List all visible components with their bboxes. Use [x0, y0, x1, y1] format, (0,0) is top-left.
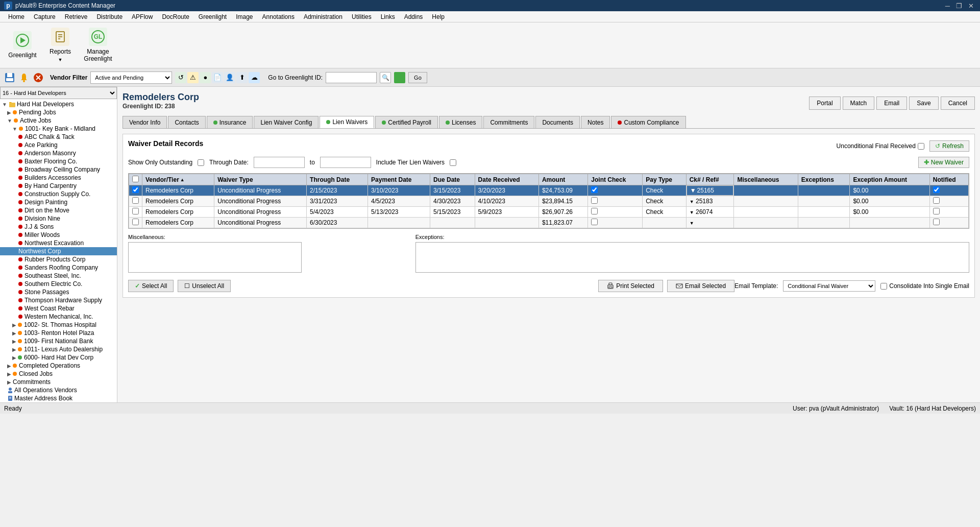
th-date-received[interactable]: Date Received [475, 174, 538, 185]
tree-root[interactable]: ▼ Hard Hat Developers [0, 100, 117, 108]
close-red-icon[interactable] [33, 72, 44, 83]
tab-notes[interactable]: Notes [581, 116, 610, 128]
expand-1009-icon[interactable]: ▶ [12, 339, 16, 344]
menu-apflow[interactable]: APFlow [128, 12, 157, 21]
menu-docroute[interactable]: DocRoute [158, 12, 193, 21]
tab-lien-waivers[interactable]: Lien Waivers [320, 116, 374, 128]
row4-checkbox[interactable] [132, 219, 139, 225]
reports-toolbar-btn[interactable]: Reports ▼ [42, 25, 79, 65]
row1-notified[interactable] [929, 185, 968, 196]
expand-pending-icon[interactable]: ▶ [7, 110, 11, 115]
tree-construction[interactable]: Construction Supply Co. [0, 190, 117, 198]
table-row[interactable]: Remodelers Corp Unconditional Progress 5… [129, 207, 969, 218]
expand-root-icon[interactable]: ▼ [2, 102, 7, 107]
tree-ace-parking[interactable]: Ace Parking [0, 141, 117, 149]
th-vendor-tier[interactable]: Vendor/Tier▲ [142, 174, 214, 185]
row2-notified-checkbox[interactable] [933, 197, 940, 204]
row3-joint-check[interactable] [588, 207, 643, 218]
row1-checkbox[interactable] [132, 186, 139, 193]
table-row[interactable]: Remodelers Corp Unconditional Progress 6… [129, 218, 969, 228]
row2-joint-check[interactable] [588, 196, 643, 207]
restore-button[interactable]: ❐ [954, 2, 964, 10]
email-template-select[interactable]: Conditional Final Waiver Unconditional P… [783, 280, 875, 292]
tree-job-1002[interactable]: ▶ 1002- St. Thomas Hospital [0, 321, 117, 329]
tree-commitments[interactable]: ▶ Commitments [0, 378, 117, 386]
expand-1001-icon[interactable]: ▼ [12, 126, 17, 132]
row1-joint-checkbox[interactable] [591, 186, 598, 193]
tree-miller[interactable]: Miller Woods [0, 231, 117, 239]
table-row[interactable]: Remodelers Corp Unconditional Progress 3… [129, 196, 969, 207]
greenlight-toolbar-btn[interactable]: Greenlight [4, 25, 41, 65]
search-icon[interactable]: 🔍 [380, 72, 391, 83]
tree-pending-jobs[interactable]: ▶ Pending Jobs [0, 108, 117, 116]
row1-joint-check[interactable] [588, 185, 643, 196]
close-button[interactable]: ✕ [966, 2, 976, 10]
tab-documents[interactable]: Documents [535, 116, 580, 128]
go-to-input[interactable] [326, 72, 377, 83]
row4-joint-checkbox[interactable] [591, 219, 598, 225]
tree-broadway[interactable]: Broadway Ceiling Company [0, 165, 117, 174]
tree-jj[interactable]: J.J & Sons [0, 223, 117, 231]
tree-active-jobs[interactable]: ▼ Active Jobs [0, 116, 117, 125]
th-amount[interactable]: Amount [538, 174, 587, 185]
menu-help[interactable]: Help [428, 12, 449, 21]
row4-notified[interactable] [929, 218, 968, 228]
cancel-button[interactable]: Cancel [941, 97, 975, 110]
expand-1002-icon[interactable]: ▶ [12, 322, 16, 328]
expand-closed-icon[interactable]: ▶ [7, 371, 11, 377]
tree-northwest-exc[interactable]: Northwest Excavation [0, 239, 117, 247]
th-notified[interactable]: Notified [929, 174, 968, 185]
doc-icon[interactable]: 📄 [212, 72, 223, 83]
tab-contacts[interactable]: Contacts [168, 116, 205, 128]
row4-checkbox-cell[interactable] [129, 218, 142, 228]
match-button[interactable]: Match [843, 97, 875, 110]
expand-6000-icon[interactable]: ▶ [12, 355, 16, 361]
row4-joint-check[interactable] [588, 218, 643, 228]
expand-completed-icon[interactable]: ▶ [7, 363, 11, 369]
exceptions-textarea[interactable] [415, 242, 969, 273]
row2-notified[interactable] [929, 196, 968, 207]
through-date-to[interactable] [320, 157, 371, 168]
menu-administration[interactable]: Administration [300, 12, 347, 21]
tree-master-address[interactable]: Master Address Book [0, 394, 117, 402]
tree-job-1001[interactable]: ▼ 1001- Key Bank - Midland [0, 125, 117, 133]
menu-addins[interactable]: Addins [400, 12, 427, 21]
tab-licenses[interactable]: Licenses [439, 116, 482, 128]
tree-job-6000[interactable]: ▶ 6000- Hard Hat Dev Corp [0, 353, 117, 362]
manage-greenlight-toolbar-btn[interactable]: GL Manage Greenlight [80, 25, 116, 65]
th-exceptions[interactable]: Exceptions [798, 174, 850, 185]
email-button[interactable]: Email [876, 97, 907, 110]
tree-dirt[interactable]: Dirt on the Move [0, 206, 117, 214]
menu-capture[interactable]: Capture [30, 12, 60, 21]
th-pay-type[interactable]: Pay Type [643, 174, 687, 185]
email-selected-button[interactable]: Email Selected [667, 280, 734, 292]
tree-western[interactable]: Western Mechanical, Inc. [0, 313, 117, 321]
menu-home[interactable]: Home [4, 12, 29, 21]
tab-commitments[interactable]: Commitments [483, 116, 534, 128]
tree-abc-chalk[interactable]: ABC Chalk & Tack [0, 133, 117, 141]
warning-icon[interactable]: ⚠ [187, 72, 199, 83]
th-misc[interactable]: Miscellaneous [734, 174, 798, 185]
tree-completed[interactable]: ▶ Completed Operations [0, 362, 117, 370]
tree-thompson[interactable]: Thompson Hardware Supply [0, 296, 117, 304]
tree-stone[interactable]: Stone Passages [0, 288, 117, 296]
tree-byhand[interactable]: By Hand Carpentry [0, 182, 117, 190]
greenlight-filter-icon[interactable]: ● [200, 72, 211, 83]
save-disk-icon[interactable] [4, 72, 15, 83]
tree-sanders[interactable]: Sanders Roofing Company [0, 264, 117, 272]
row3-notified[interactable] [929, 207, 968, 218]
tree-job-1011[interactable]: ▶ 1011- Lexus Auto Dealership [0, 345, 117, 353]
row1-checkbox-cell[interactable] [129, 185, 142, 196]
tree-rubber[interactable]: Rubber Products Corp [0, 255, 117, 264]
tree-remodelers[interactable]: Northwest Corp [0, 247, 117, 255]
select-all-button[interactable]: ✓ Select All [128, 280, 174, 292]
show-outstanding-checkbox[interactable] [198, 159, 204, 166]
th-joint-check[interactable]: Joint Check [588, 174, 643, 185]
row3-checkbox[interactable] [132, 208, 139, 214]
export-icon[interactable]: ⬆ [236, 72, 248, 83]
row2-joint-checkbox[interactable] [591, 197, 598, 204]
th-ck-ref[interactable]: Ck# / Ref# [686, 174, 734, 185]
tree-west[interactable]: West Coast Rebar [0, 304, 117, 313]
menu-links[interactable]: Links [377, 12, 399, 21]
row4-notified-checkbox[interactable] [933, 219, 940, 225]
